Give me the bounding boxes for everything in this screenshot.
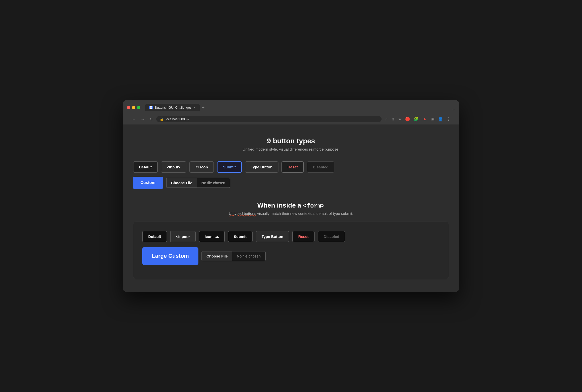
form-default-button[interactable]: Default — [142, 231, 167, 242]
disabled-button: Disabled — [307, 161, 335, 173]
form-large-custom-button[interactable]: Large Custom — [142, 247, 198, 265]
avatar-icon[interactable]: 👤 — [437, 116, 444, 122]
extensions-icon[interactable]: 🔴 — [404, 116, 411, 122]
forward-button[interactable]: → — [139, 116, 146, 122]
more-menu-icon[interactable]: ⋮ — [446, 116, 452, 122]
tab-title: Buttons | GUI Challenges — [155, 106, 191, 109]
form-heading: When inside a <form> Untyped buttons vis… — [133, 202, 449, 216]
tab-menu-icon[interactable]: ⌄ — [452, 106, 455, 111]
maximize-traffic-light[interactable] — [137, 106, 140, 109]
icon-button[interactable]: ✉ Icon — [189, 161, 214, 173]
browser-toolbar: ← → ↻ 🔒 localhost:3000/# ⤢ ⬆ ★ 🔴 🧩 🔺 ▣ 👤… — [127, 114, 455, 124]
no-file-chosen-label: No file chosen — [197, 178, 230, 187]
form-disabled-button: Disabled — [318, 231, 345, 242]
reload-button[interactable]: ↻ — [148, 116, 154, 122]
active-tab[interactable]: 🅱 Buttons | GUI Challenges × — [145, 104, 200, 111]
share-icon[interactable]: ⬆ — [390, 116, 396, 122]
form-section-title: When inside a <form> — [133, 202, 449, 209]
untyped-buttons-label: Untyped buttons — [229, 211, 256, 216]
page-content: 9 button types Unified modern style, vis… — [123, 124, 459, 292]
toolbar-icons: ⤢ ⬆ ★ 🔴 🧩 🔺 ▣ 👤 ⋮ — [384, 116, 452, 122]
input-button[interactable]: <input> — [161, 161, 186, 173]
new-tab-button[interactable]: + — [200, 104, 207, 111]
page-subtitle: Unified modern style, visual differences… — [133, 147, 449, 151]
lock-icon: 🔒 — [160, 117, 164, 121]
sidebar-icon[interactable]: ▣ — [430, 116, 435, 122]
puzzle-icon[interactable]: 🧩 — [413, 116, 420, 122]
form-choose-file-button[interactable]: Choose File — [202, 251, 232, 261]
button-section-1: Default <input> ✉ Icon Submit Type Butto… — [133, 161, 449, 189]
form-input-button[interactable]: <input> — [170, 231, 196, 242]
traffic-lights — [127, 106, 140, 109]
tab-favicon: 🅱 — [149, 106, 153, 109]
form-reset-button[interactable]: Reset — [292, 231, 315, 242]
page-title: 9 button types — [133, 137, 449, 145]
form-no-file-chosen-label: No file chosen — [232, 251, 265, 261]
form-submit-button[interactable]: Submit — [228, 231, 253, 242]
form-section-subtitle: Untyped buttons visually match their new… — [133, 211, 449, 216]
minimize-traffic-light[interactable] — [132, 106, 135, 109]
url-text: localhost:3000/# — [166, 117, 189, 121]
default-button[interactable]: Default — [133, 161, 158, 173]
back-button[interactable]: ← — [130, 116, 137, 122]
form-button-row-2: Large Custom Choose File No file chosen — [142, 247, 440, 265]
form-icon-button[interactable]: Icon ☁ — [199, 231, 225, 242]
tab-bar: 🅱 Buttons | GUI Challenges × + ⌄ — [145, 104, 455, 111]
form-file-input-wrapper[interactable]: Choose File No file chosen — [201, 251, 266, 261]
form-section-wrapper: When inside a <form> Untyped buttons vis… — [133, 202, 449, 279]
form-type-button[interactable]: Type Button — [256, 231, 289, 242]
file-input-wrapper[interactable]: Choose File No file chosen — [166, 178, 230, 188]
form-container: Default <input> Icon ☁ Submit Type Butto… — [133, 222, 449, 279]
external-link-icon[interactable]: ⤢ — [384, 116, 389, 122]
profile-icon[interactable]: 🔺 — [421, 116, 428, 122]
reset-button[interactable]: Reset — [281, 161, 304, 173]
button-row-2: Custom Choose File No file chosen — [133, 177, 449, 189]
page-heading: 9 button types Unified modern style, vis… — [133, 137, 449, 151]
browser-window: 🅱 Buttons | GUI Challenges × + ⌄ ← → ↻ 🔒… — [123, 100, 459, 292]
submit-button[interactable]: Submit — [217, 161, 242, 173]
bookmark-icon[interactable]: ★ — [397, 116, 403, 122]
custom-button[interactable]: Custom — [133, 177, 163, 189]
close-traffic-light[interactable] — [127, 106, 130, 109]
type-button-button[interactable]: Type Button — [245, 161, 278, 173]
tab-close-button[interactable]: × — [193, 105, 195, 109]
browser-titlebar: 🅱 Buttons | GUI Challenges × + ⌄ ← → ↻ 🔒… — [123, 100, 459, 124]
address-bar[interactable]: 🔒 localhost:3000/# — [156, 116, 382, 122]
envelope-icon: ✉ — [195, 164, 199, 170]
form-button-row-1: Default <input> Icon ☁ Submit Type Butto… — [142, 231, 440, 242]
button-row-1: Default <input> ✉ Icon Submit Type Butto… — [133, 161, 449, 173]
choose-file-button[interactable]: Choose File — [167, 178, 197, 187]
cloud-icon: ☁ — [215, 234, 219, 239]
